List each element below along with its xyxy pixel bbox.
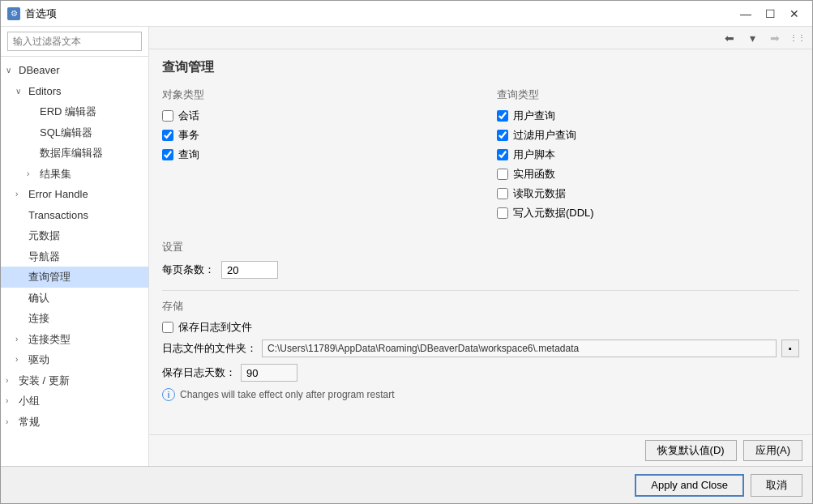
footer: Apply and Close 取消 <box>1 466 812 503</box>
storage-section: 存储 保存日志到文件 日志文件的文件夹： ▪ 保存日志天数： <box>162 299 799 401</box>
checkbox-write-metadata-label: 写入元数据(DDL) <box>513 206 594 220</box>
two-column-section: 对象类型 会话 事务 查询 <box>162 88 799 225</box>
sidebar-item-driver[interactable]: › 驱动 <box>1 349 148 370</box>
storage-header: 存储 <box>162 299 799 314</box>
right-panel: ⬅ ▾ ➡ ⋮⋮ 查询管理 对象类型 会话 <box>149 27 812 466</box>
checkbox-transaction-label: 事务 <box>178 128 199 143</box>
sidebar-item-label: 元数据 <box>28 228 60 244</box>
save-log-checkbox-row: 保存日志到文件 <box>162 320 799 335</box>
checkbox-transaction-input[interactable] <box>162 130 173 141</box>
checkbox-write-metadata-input[interactable] <box>497 207 508 219</box>
log-days-row: 保存日志天数： <box>162 364 799 382</box>
checkbox-filter-user-query-input[interactable] <box>497 130 508 141</box>
sidebar-item-confirm[interactable]: 确认 <box>1 288 148 309</box>
sidebar-item-label: Error Handle <box>28 186 88 203</box>
panel-body: 查询管理 对象类型 会话 事务 <box>149 49 812 434</box>
log-days-label: 保存日志天数： <box>162 365 236 380</box>
checkbox-user-query: 用户查询 <box>497 109 799 123</box>
checkbox-utility-input[interactable] <box>497 169 508 180</box>
checkbox-user-script-label: 用户脚本 <box>513 147 555 162</box>
restore-default-button[interactable]: 恢复默认值(D) <box>645 440 737 461</box>
maximize-button[interactable]: ☐ <box>759 4 781 23</box>
expand-arrow: › <box>6 416 15 428</box>
sidebar-item-label: 导航器 <box>28 249 60 265</box>
expand-arrow: › <box>27 168 36 180</box>
sidebar-item-label: DBeaver <box>19 62 60 79</box>
sidebar-item-db-editor[interactable]: 数据库编辑器 <box>1 143 148 164</box>
sidebar-item-navigator[interactable]: 导航器 <box>1 246 148 267</box>
rows-per-page-input[interactable] <box>221 261 278 279</box>
info-text: Changes will take effect only after prog… <box>180 389 395 400</box>
sidebar-item-error-handle[interactable]: › Error Handle <box>1 184 148 205</box>
sidebar-item-group[interactable]: › 小组 <box>1 391 148 412</box>
sidebar-item-dbeaver[interactable]: ∨ DBeaver <box>1 60 148 81</box>
apply-button[interactable]: 应用(A) <box>743 440 802 461</box>
sidebar-item-editors[interactable]: ∨ Editors <box>1 81 148 102</box>
panel-title: 查询管理 <box>162 59 799 76</box>
rows-per-page-row: 每页条数： <box>162 261 799 279</box>
sidebar-item-query-mgmt[interactable]: 查询管理 <box>1 267 148 288</box>
search-input[interactable] <box>7 32 142 51</box>
sidebar-item-connection[interactable]: 连接 <box>1 308 148 329</box>
expand-arrow: › <box>15 353 25 365</box>
sidebar-item-label: 结果集 <box>40 166 71 182</box>
apply-close-button[interactable]: Apply and Close <box>635 474 744 497</box>
app-icon: ⚙ <box>7 7 20 20</box>
checkbox-write-metadata: 写入元数据(DDL) <box>497 206 799 220</box>
back-button[interactable]: ⬅ <box>720 29 739 47</box>
checkbox-transaction: 事务 <box>162 128 464 143</box>
cancel-button[interactable]: 取消 <box>751 474 802 497</box>
save-log-checkbox[interactable] <box>162 322 173 333</box>
sidebar-item-label: Editors <box>28 83 61 100</box>
checkbox-filter-user-query-label: 过滤用户查询 <box>513 128 576 143</box>
checkbox-read-metadata: 读取元数据 <box>497 186 799 201</box>
checkbox-read-metadata-label: 读取元数据 <box>513 186 566 201</box>
checkbox-user-script: 用户脚本 <box>497 147 799 162</box>
checkbox-utility-label: 实用函数 <box>513 167 555 182</box>
window-title: 首选项 <box>25 6 57 21</box>
sidebar-item-label: 小组 <box>19 393 40 409</box>
log-folder-input[interactable] <box>262 340 777 357</box>
sidebar-item-label: ERD 编辑器 <box>40 104 96 120</box>
title-bar-left: ⚙ 首选项 <box>7 6 57 21</box>
divider <box>162 290 799 291</box>
back-dropdown-button[interactable]: ▾ <box>742 29 762 47</box>
sidebar-item-transactions[interactable]: Transactions <box>1 205 148 226</box>
sidebar-item-common[interactable]: › 常规 <box>1 412 148 433</box>
info-icon: i <box>162 388 175 401</box>
sidebar-item-label: 数据库编辑器 <box>40 145 103 161</box>
sidebar-item-label: Transactions <box>28 207 88 224</box>
sidebar: ∨ DBeaver ∨ Editors ERD 编辑器 SQL编辑器 <box>1 27 149 466</box>
log-folder-row: 日志文件的文件夹： ▪ <box>162 340 799 357</box>
menu-button[interactable]: ⋮⋮ <box>788 29 807 47</box>
log-days-input[interactable] <box>241 364 297 382</box>
checkbox-user-script-input[interactable] <box>497 149 508 160</box>
object-types-section: 对象类型 会话 事务 查询 <box>162 88 464 225</box>
checkbox-session: 会话 <box>162 109 464 123</box>
panel-toolbar: ⬅ ▾ ➡ ⋮⋮ <box>149 27 812 49</box>
checkbox-query-input[interactable] <box>162 149 173 160</box>
forward-button[interactable]: ➡ <box>765 29 785 47</box>
sidebar-item-connection-type[interactable]: › 连接类型 <box>1 329 148 350</box>
expand-arrow: › <box>6 374 15 387</box>
close-window-button[interactable]: ✕ <box>783 4 806 23</box>
save-log-label: 保存日志到文件 <box>178 320 252 335</box>
checkbox-filter-user-query: 过滤用户查询 <box>497 128 799 143</box>
info-row: i Changes will take effect only after pr… <box>162 388 799 401</box>
sidebar-item-metadata[interactable]: 元数据 <box>1 225 148 246</box>
checkbox-read-metadata-input[interactable] <box>497 188 508 199</box>
sidebar-item-result-set[interactable]: › 结果集 <box>1 164 148 185</box>
sidebar-item-sql-editor[interactable]: SQL编辑器 <box>1 122 148 143</box>
title-bar: ⚙ 首选项 — ☐ ✕ <box>1 1 812 27</box>
sidebar-item-erd-editor[interactable]: ERD 编辑器 <box>1 101 148 122</box>
sidebar-item-install-update[interactable]: › 安装 / 更新 <box>1 370 148 391</box>
expand-arrow: › <box>15 333 25 345</box>
rows-per-page-label: 每页条数： <box>162 263 215 277</box>
checkbox-query: 查询 <box>162 147 464 162</box>
minimize-button[interactable]: — <box>734 4 757 23</box>
sidebar-item-label: 确认 <box>28 290 49 306</box>
title-bar-controls: — ☐ ✕ <box>734 4 806 23</box>
file-browse-button[interactable]: ▪ <box>781 340 799 357</box>
checkbox-user-query-input[interactable] <box>497 110 508 122</box>
checkbox-session-input[interactable] <box>162 110 173 122</box>
